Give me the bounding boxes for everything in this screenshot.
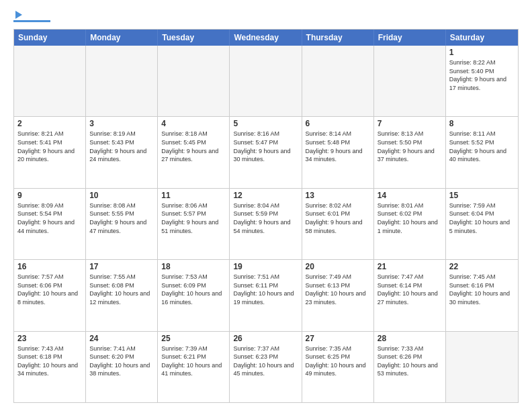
day-number: 19: [233, 262, 298, 271]
day-number: 10: [89, 191, 154, 200]
calendar-day-cell: 3Sunrise: 8:19 AM Sunset: 5:43 PM Daylig…: [86, 117, 158, 187]
calendar-day-cell: 19Sunrise: 7:51 AM Sunset: 6:11 PM Dayli…: [230, 260, 302, 330]
calendar-day-cell: [86, 46, 158, 116]
calendar-day-cell: 1Sunrise: 8:22 AM Sunset: 5:40 PM Daylig…: [446, 46, 518, 116]
day-info: Sunrise: 8:08 AM Sunset: 5:55 PM Dayligh…: [89, 201, 154, 235]
calendar-day-cell: 14Sunrise: 8:01 AM Sunset: 6:02 PM Dayli…: [374, 189, 446, 259]
day-number: 2: [17, 119, 82, 128]
day-number: 23: [17, 334, 82, 343]
calendar-day-cell: [158, 46, 230, 116]
calendar-day-cell: 22Sunrise: 7:45 AM Sunset: 6:16 PM Dayli…: [446, 260, 518, 330]
day-info: Sunrise: 7:35 AM Sunset: 6:25 PM Dayligh…: [306, 345, 370, 378]
calendar-day-cell: [374, 46, 446, 116]
calendar-week-row: 2Sunrise: 8:21 AM Sunset: 5:41 PM Daylig…: [14, 117, 518, 188]
calendar-day-cell: 6Sunrise: 8:14 AM Sunset: 5:48 PM Daylig…: [302, 117, 374, 187]
day-info: Sunrise: 8:22 AM Sunset: 5:40 PM Dayligh…: [449, 58, 515, 92]
calendar-day-cell: 16Sunrise: 7:57 AM Sunset: 6:06 PM Dayli…: [14, 260, 86, 330]
day-number: 27: [306, 334, 370, 343]
day-info: Sunrise: 7:33 AM Sunset: 6:26 PM Dayligh…: [378, 345, 442, 378]
calendar-day-cell: 15Sunrise: 7:59 AM Sunset: 6:04 PM Dayli…: [446, 189, 518, 259]
calendar-day-cell: 2Sunrise: 8:21 AM Sunset: 5:41 PM Daylig…: [14, 117, 86, 187]
calendar-day-cell: 12Sunrise: 8:04 AM Sunset: 5:59 PM Dayli…: [230, 189, 302, 259]
day-number: 14: [378, 191, 442, 200]
calendar-day-cell: 25Sunrise: 7:39 AM Sunset: 6:21 PM Dayli…: [158, 332, 230, 402]
day-info: Sunrise: 7:59 AM Sunset: 6:04 PM Dayligh…: [449, 201, 515, 235]
day-number: 15: [449, 191, 515, 200]
day-number: 4: [161, 119, 226, 128]
day-info: Sunrise: 7:43 AM Sunset: 6:18 PM Dayligh…: [17, 345, 82, 378]
day-info: Sunrise: 7:51 AM Sunset: 6:11 PM Dayligh…: [233, 273, 298, 306]
calendar-day-cell: 23Sunrise: 7:43 AM Sunset: 6:18 PM Dayli…: [14, 332, 86, 402]
day-number: 24: [89, 334, 154, 343]
calendar: SundayMondayTuesdayWednesdayThursdayFrid…: [13, 29, 519, 403]
page-container: SundayMondayTuesdayWednesdayThursdayFrid…: [0, 0, 532, 411]
day-info: Sunrise: 8:19 AM Sunset: 5:43 PM Dayligh…: [89, 130, 154, 163]
day-number: 22: [449, 262, 515, 271]
calendar-week-row: 1Sunrise: 8:22 AM Sunset: 5:40 PM Daylig…: [14, 46, 518, 117]
calendar-day-cell: 27Sunrise: 7:35 AM Sunset: 6:25 PM Dayli…: [302, 332, 374, 402]
day-info: Sunrise: 8:06 AM Sunset: 5:57 PM Dayligh…: [161, 201, 226, 235]
day-info: Sunrise: 8:02 AM Sunset: 6:01 PM Dayligh…: [306, 201, 370, 235]
calendar-day-cell: 11Sunrise: 8:06 AM Sunset: 5:57 PM Dayli…: [158, 189, 230, 259]
day-info: Sunrise: 8:16 AM Sunset: 5:47 PM Dayligh…: [233, 130, 298, 163]
day-info: Sunrise: 7:57 AM Sunset: 6:06 PM Dayligh…: [17, 273, 82, 306]
day-info: Sunrise: 8:18 AM Sunset: 5:45 PM Dayligh…: [161, 130, 226, 163]
day-number: 12: [233, 191, 298, 200]
day-number: 21: [378, 262, 442, 271]
weekday-header: Tuesday: [158, 30, 230, 46]
calendar-day-cell: 24Sunrise: 7:41 AM Sunset: 6:20 PM Dayli…: [86, 332, 158, 402]
logo-underline: [13, 20, 50, 22]
day-info: Sunrise: 8:04 AM Sunset: 5:59 PM Dayligh…: [233, 201, 298, 235]
day-info: Sunrise: 7:37 AM Sunset: 6:23 PM Dayligh…: [233, 345, 298, 378]
calendar-week-row: 9Sunrise: 8:09 AM Sunset: 5:54 PM Daylig…: [14, 189, 518, 260]
weekday-header: Thursday: [302, 30, 374, 46]
calendar-day-cell: 8Sunrise: 8:11 AM Sunset: 5:52 PM Daylig…: [446, 117, 518, 187]
calendar-body: 1Sunrise: 8:22 AM Sunset: 5:40 PM Daylig…: [14, 46, 518, 402]
logo-flag-icon: [15, 11, 22, 19]
day-info: Sunrise: 8:13 AM Sunset: 5:50 PM Dayligh…: [378, 130, 442, 163]
calendar-day-cell: 21Sunrise: 7:47 AM Sunset: 6:14 PM Dayli…: [374, 260, 446, 330]
day-number: 20: [306, 262, 370, 271]
weekday-header: Friday: [374, 30, 446, 46]
calendar-week-row: 16Sunrise: 7:57 AM Sunset: 6:06 PM Dayli…: [14, 260, 518, 331]
day-number: 5: [233, 119, 298, 128]
calendar-day-cell: 4Sunrise: 8:18 AM Sunset: 5:45 PM Daylig…: [158, 117, 230, 187]
day-info: Sunrise: 7:45 AM Sunset: 6:16 PM Dayligh…: [449, 273, 515, 306]
day-info: Sunrise: 7:41 AM Sunset: 6:20 PM Dayligh…: [89, 345, 154, 378]
calendar-day-cell: 13Sunrise: 8:02 AM Sunset: 6:01 PM Dayli…: [302, 189, 374, 259]
day-number: 28: [378, 334, 442, 343]
day-info: Sunrise: 7:47 AM Sunset: 6:14 PM Dayligh…: [378, 273, 442, 306]
day-number: 26: [233, 334, 298, 343]
calendar-day-cell: 26Sunrise: 7:37 AM Sunset: 6:23 PM Dayli…: [230, 332, 302, 402]
calendar-day-cell: [446, 332, 518, 402]
calendar-day-cell: 18Sunrise: 7:53 AM Sunset: 6:09 PM Dayli…: [158, 260, 230, 330]
calendar-day-cell: [302, 46, 374, 116]
day-number: 18: [161, 262, 226, 271]
calendar-week-row: 23Sunrise: 7:43 AM Sunset: 6:18 PM Dayli…: [14, 332, 518, 402]
calendar-day-cell: 28Sunrise: 7:33 AM Sunset: 6:26 PM Dayli…: [374, 332, 446, 402]
calendar-day-cell: [14, 46, 86, 116]
day-number: 1: [449, 48, 515, 57]
day-info: Sunrise: 7:39 AM Sunset: 6:21 PM Dayligh…: [161, 345, 226, 378]
calendar-day-cell: [230, 46, 302, 116]
day-number: 9: [17, 191, 82, 200]
day-number: 25: [161, 334, 226, 343]
day-number: 13: [306, 191, 370, 200]
weekday-header: Saturday: [446, 30, 518, 46]
day-info: Sunrise: 7:55 AM Sunset: 6:08 PM Dayligh…: [89, 273, 154, 306]
calendar-header: SundayMondayTuesdayWednesdayThursdayFrid…: [14, 30, 518, 46]
weekday-header: Sunday: [14, 30, 86, 46]
calendar-day-cell: 7Sunrise: 8:13 AM Sunset: 5:50 PM Daylig…: [374, 117, 446, 187]
day-info: Sunrise: 8:21 AM Sunset: 5:41 PM Dayligh…: [17, 130, 82, 163]
calendar-day-cell: 10Sunrise: 8:08 AM Sunset: 5:55 PM Dayli…: [86, 189, 158, 259]
day-info: Sunrise: 7:49 AM Sunset: 6:13 PM Dayligh…: [306, 273, 370, 306]
day-info: Sunrise: 8:09 AM Sunset: 5:54 PM Dayligh…: [17, 201, 82, 235]
calendar-day-cell: 17Sunrise: 7:55 AM Sunset: 6:08 PM Dayli…: [86, 260, 158, 330]
day-number: 16: [17, 262, 82, 271]
day-number: 3: [89, 119, 154, 128]
day-info: Sunrise: 8:01 AM Sunset: 6:02 PM Dayligh…: [378, 201, 442, 235]
day-number: 8: [449, 119, 515, 128]
day-number: 6: [306, 119, 370, 128]
calendar-day-cell: 20Sunrise: 7:49 AM Sunset: 6:13 PM Dayli…: [302, 260, 374, 330]
weekday-header: Wednesday: [230, 30, 302, 46]
